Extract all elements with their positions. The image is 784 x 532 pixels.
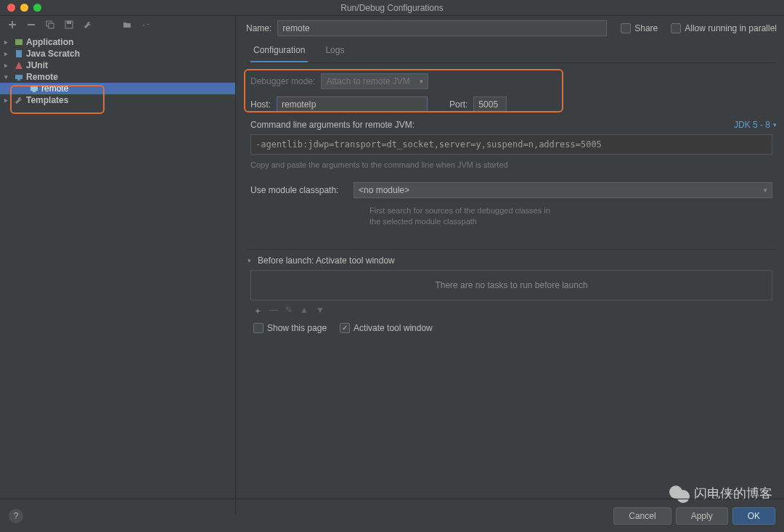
- sort-icon[interactable]: [141, 20, 151, 30]
- before-launch-toolbar: ＋ — ✎ ▲ ▼: [246, 300, 777, 322]
- allow-parallel-checkbox[interactable]: Allow running in parallel: [671, 23, 777, 33]
- checkbox-icon: [671, 23, 681, 33]
- empty-tasks-text: There are no tasks to run before launch: [435, 280, 587, 290]
- activate-tool-window-label: Activate tool window: [354, 323, 433, 333]
- share-label: Share: [634, 23, 658, 33]
- tab-bar: Configuration Logs: [246, 42, 777, 63]
- port-input[interactable]: [473, 97, 507, 112]
- copy-icon[interactable]: [45, 20, 55, 30]
- before-launch-title: Before launch: Activate tool window: [258, 255, 395, 266]
- svg-rect-2: [49, 23, 54, 28]
- close-icon[interactable]: [7, 4, 15, 12]
- tree-label: JUnit: [26, 60, 48, 70]
- svg-rect-6: [16, 50, 22, 57]
- before-launch-section: ▾ Before launch: Activate tool window Th…: [246, 249, 777, 340]
- jdk-label-text: JDK 5 - 8: [734, 120, 770, 130]
- svg-rect-5: [15, 39, 23, 45]
- junit-icon: [14, 60, 24, 70]
- save-icon[interactable]: [64, 20, 74, 30]
- wrench-icon: [14, 95, 24, 105]
- window-title: Run/Debug Configurations: [340, 3, 443, 13]
- titlebar: Run/Debug Configurations: [0, 0, 784, 16]
- wrench-icon[interactable]: [83, 20, 93, 30]
- tree-item-remote-config[interactable]: remote: [0, 83, 235, 94]
- main-panel: Name: Share Allow running in parallel Co…: [236, 16, 784, 515]
- chevron-down-icon: ▾: [773, 121, 777, 128]
- chevron-right-icon: ▸: [4, 97, 12, 104]
- svg-rect-7: [15, 75, 23, 79]
- chevron-right-icon: ▸: [4, 50, 12, 57]
- sidebar: ▸ Application ▸ Java Scratch ▸ JUnit ▾ R…: [0, 16, 236, 515]
- maximize-icon[interactable]: [33, 4, 41, 12]
- config-tree: ▸ Application ▸ Java Scratch ▸ JUnit ▾ R…: [0, 33, 235, 109]
- checkbox-icon: [253, 323, 264, 333]
- checkbox-icon: [621, 23, 631, 33]
- svg-rect-4: [67, 21, 71, 24]
- allow-label: Allow running in parallel: [685, 23, 777, 33]
- tree-label: Remote: [26, 72, 58, 82]
- module-classpath-label: Use module classpath:: [250, 185, 345, 195]
- ok-button[interactable]: OK: [732, 507, 775, 525]
- svg-rect-0: [28, 24, 35, 25]
- window-controls: [7, 4, 41, 12]
- tree-item-application[interactable]: ▸ Application: [0, 36, 235, 48]
- tree-label: Java Scratch: [26, 49, 80, 59]
- cmd-args-label: Command line arguments for remote JVM:: [250, 120, 415, 130]
- cancel-button[interactable]: Cancel: [613, 507, 671, 525]
- edit-icon: ✎: [285, 305, 293, 317]
- tab-logs[interactable]: Logs: [322, 42, 347, 62]
- name-input[interactable]: [277, 20, 607, 36]
- svg-rect-8: [17, 79, 20, 81]
- host-input[interactable]: [277, 97, 428, 112]
- help-button[interactable]: ?: [9, 509, 23, 523]
- tree-item-java-scratch[interactable]: ▸ Java Scratch: [0, 48, 235, 60]
- sidebar-toolbar: [0, 16, 235, 33]
- share-checkbox[interactable]: Share: [621, 23, 658, 33]
- minimize-icon[interactable]: [20, 4, 28, 12]
- svg-rect-10: [33, 91, 36, 92]
- apply-button[interactable]: Apply: [676, 507, 728, 525]
- show-this-page-label: Show this page: [267, 323, 327, 333]
- cmd-args-hint: Copy and paste the arguments to the comm…: [246, 157, 777, 178]
- module-classpath-hint: First search for sources of the debugged…: [246, 202, 551, 227]
- module-classpath-select[interactable]: <no module>: [354, 182, 772, 198]
- activate-tool-window-checkbox[interactable]: Activate tool window: [340, 323, 433, 333]
- remove-icon[interactable]: [26, 20, 36, 30]
- before-launch-tasks: There are no tasks to run before launch: [250, 270, 772, 300]
- tree-label: remote: [41, 83, 68, 94]
- folder-icon[interactable]: [122, 20, 132, 30]
- tree-label: Application: [26, 37, 73, 47]
- chevron-right-icon: ▸: [4, 62, 12, 69]
- select-value: Attach to remote JVM: [326, 76, 409, 86]
- tree-item-remote[interactable]: ▾ Remote: [0, 71, 235, 83]
- chevron-down-icon[interactable]: ▾: [248, 257, 255, 264]
- debugger-mode-select[interactable]: Attach to remote JVM: [321, 73, 428, 89]
- tree-item-junit[interactable]: ▸ JUnit: [0, 60, 235, 71]
- svg-rect-9: [30, 86, 38, 91]
- host-label: Host:: [250, 99, 271, 110]
- tab-configuration[interactable]: Configuration: [250, 42, 308, 62]
- application-icon: [14, 37, 24, 47]
- port-label: Port:: [449, 99, 467, 110]
- down-icon: ▼: [316, 305, 324, 317]
- scratch-icon: [14, 49, 24, 59]
- tree-label: Templates: [26, 95, 68, 105]
- remote-icon: [29, 83, 39, 94]
- jdk-version-link[interactable]: JDK 5 - 8 ▾: [734, 120, 777, 130]
- cmd-args-field[interactable]: -agentlib:jdwp=transport=dt_socket,serve…: [250, 134, 772, 155]
- add-icon[interactable]: [7, 20, 17, 30]
- footer: ? Cancel Apply OK: [0, 499, 784, 532]
- chevron-right-icon: ▸: [4, 38, 12, 46]
- show-this-page-checkbox[interactable]: Show this page: [253, 323, 327, 333]
- remove-icon: —: [269, 305, 278, 317]
- add-icon[interactable]: ＋: [253, 305, 262, 317]
- debugger-mode-label: Debugger mode:: [250, 76, 315, 86]
- select-value: <no module>: [359, 185, 409, 195]
- tree-item-templates[interactable]: ▸ Templates: [0, 94, 235, 106]
- remote-icon: [14, 72, 24, 82]
- chevron-down-icon: ▾: [4, 73, 12, 81]
- name-label: Name:: [246, 23, 271, 33]
- checkbox-icon: [340, 323, 350, 333]
- up-icon: ▲: [300, 305, 309, 317]
